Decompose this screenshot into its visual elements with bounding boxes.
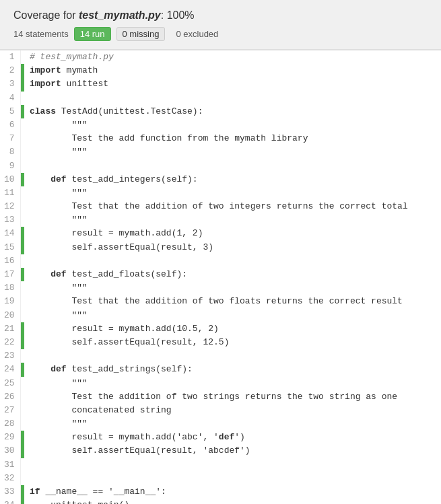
line-number: 21 (0, 322, 20, 336)
line-code: self.assertEqual(result, 3) (24, 241, 441, 254)
line-number: 15 (0, 241, 20, 254)
line-number: 11 (0, 186, 20, 200)
line-code: result = mymath.add('abc', 'def') (24, 431, 441, 444)
table-row: 2import mymath (0, 64, 441, 77)
line-code: import unittest (24, 77, 441, 91)
line-number: 16 (0, 254, 20, 268)
table-row: 16 (0, 254, 441, 268)
stats-row: 14 statements 14 run 0 missing 0 exclude… (13, 27, 428, 41)
table-row: 18 """ (0, 281, 441, 295)
table-row: 7 Test the add function from the mymath … (0, 132, 441, 145)
line-code: result = mymath.add(10.5, 2) (24, 322, 441, 336)
line-code: """ (24, 309, 441, 322)
table-row: 11 """ (0, 186, 441, 200)
line-number: 32 (0, 472, 20, 485)
line-code: class TestAdd(unittest.TestCase): (24, 105, 441, 118)
line-code: """ (24, 118, 441, 132)
table-row: 21 result = mymath.add(10.5, 2) (0, 322, 441, 336)
line-code: def test_add_floats(self): (24, 268, 441, 281)
line-number: 17 (0, 268, 20, 281)
line-number: 2 (0, 64, 20, 77)
line-code (24, 349, 441, 363)
table-row: 30 self.assertEqual(result, 'abcdef') (0, 444, 441, 458)
line-code: Test that the addition of two floats ret… (24, 295, 441, 308)
table-row: 15 self.assertEqual(result, 3) (0, 241, 441, 254)
table-row: 22 self.assertEqual(result, 12.5) (0, 336, 441, 349)
line-number: 31 (0, 458, 20, 472)
line-number: 13 (0, 213, 20, 227)
line-number: 23 (0, 349, 20, 363)
line-code: concatenated string (24, 404, 441, 417)
line-number: 9 (0, 159, 20, 173)
line-number: 27 (0, 404, 20, 417)
line-code: """ (24, 186, 441, 200)
line-code: self.assertEqual(result, 'abcdef') (24, 444, 441, 458)
missing-badge: 0 missing (116, 27, 166, 41)
line-code (24, 159, 441, 173)
table-row: 5class TestAdd(unittest.TestCase): (0, 105, 441, 118)
statements-count: 14 statements (13, 29, 69, 39)
code-table: 1# test_mymath.py2import mymath3import u… (0, 50, 441, 504)
line-number: 34 (0, 499, 20, 504)
table-row: 33if __name__ == '__main__': (0, 485, 441, 499)
filename: test_mymath.py (79, 9, 161, 21)
line-number: 6 (0, 118, 20, 132)
line-number: 26 (0, 390, 20, 404)
line-code: Test the addition of two strings returns… (24, 390, 441, 404)
line-code: def test_add_integers(self): (24, 173, 441, 186)
line-code: self.assertEqual(result, 12.5) (24, 336, 441, 349)
line-number: 5 (0, 105, 20, 118)
line-code: result = mymath.add(1, 2) (24, 227, 441, 240)
table-row: 24 def test_add_strings(self): (0, 363, 441, 376)
line-code (24, 92, 441, 105)
line-code: # test_mymath.py (24, 50, 441, 64)
line-number: 19 (0, 295, 20, 308)
excluded-badge: 0 excluded (170, 28, 224, 40)
line-number: 30 (0, 444, 20, 458)
coverage-percent: : 100% (161, 9, 195, 21)
table-row: 23 (0, 349, 441, 363)
coverage-label: Coverage for (13, 9, 79, 21)
line-code: """ (24, 281, 441, 295)
table-row: 1# test_mymath.py (0, 50, 441, 64)
run-badge: 14 run (74, 27, 111, 41)
line-code: import mymath (24, 64, 441, 77)
line-code (24, 472, 441, 485)
line-number: 12 (0, 200, 20, 213)
table-row: 32 (0, 472, 441, 485)
page-title: Coverage for test_mymath.py: 100% (13, 9, 428, 22)
code-container: 1# test_mymath.py2import mymath3import u… (0, 50, 441, 504)
line-number: 8 (0, 145, 20, 159)
table-row: 10 def test_add_integers(self): (0, 173, 441, 186)
line-number: 4 (0, 92, 20, 105)
table-row: 28 """ (0, 417, 441, 431)
table-row: 6 """ (0, 118, 441, 132)
table-row: 27 concatenated string (0, 404, 441, 417)
table-row: 14 result = mymath.add(1, 2) (0, 227, 441, 240)
line-number: 33 (0, 485, 20, 499)
line-number: 24 (0, 363, 20, 376)
line-code: """ (24, 417, 441, 431)
table-row: 31 (0, 458, 441, 472)
table-row: 13 """ (0, 213, 441, 227)
line-code: unittest.main() (24, 499, 441, 504)
line-number: 20 (0, 309, 20, 322)
table-row: 12 Test that the addition of two integer… (0, 200, 441, 213)
line-number: 10 (0, 173, 20, 186)
table-row: 29 result = mymath.add('abc', 'def') (0, 431, 441, 444)
line-number: 29 (0, 431, 20, 444)
line-code: """ (24, 145, 441, 159)
table-row: 26 Test the addition of two strings retu… (0, 390, 441, 404)
line-number: 22 (0, 336, 20, 349)
line-code: """ (24, 377, 441, 390)
table-row: 25 """ (0, 377, 441, 390)
line-number: 1 (0, 50, 20, 64)
line-number: 3 (0, 77, 20, 91)
line-number: 18 (0, 281, 20, 295)
line-code (24, 254, 441, 268)
line-code: if __name__ == '__main__': (24, 485, 441, 499)
table-row: 8 """ (0, 145, 441, 159)
line-number: 7 (0, 132, 20, 145)
coverage-header: Coverage for test_mymath.py: 100% 14 sta… (0, 0, 441, 50)
table-row: 17 def test_add_floats(self): (0, 268, 441, 281)
